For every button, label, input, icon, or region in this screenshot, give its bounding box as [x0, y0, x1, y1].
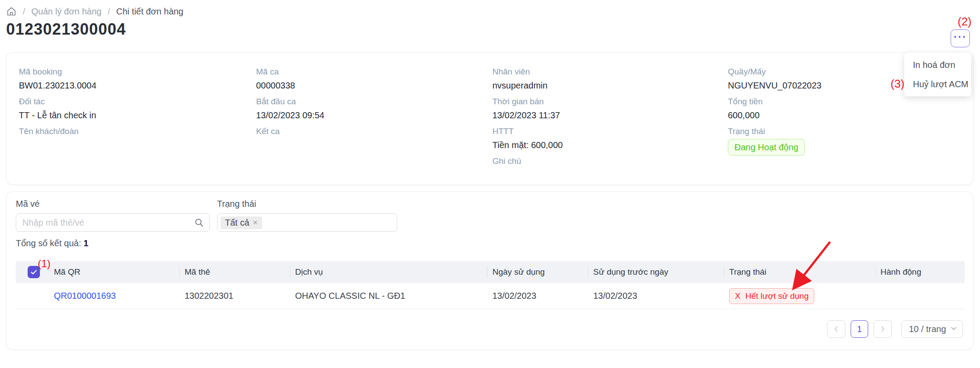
status-badge-active: Đang Hoạt động: [728, 139, 805, 156]
header-use-before-date: Sử dụng trước ngày: [588, 261, 724, 283]
annotation-1: (1): [38, 258, 50, 270]
menu-item-print-invoice[interactable]: In hoá đơn: [904, 55, 971, 74]
ellipsis-icon: ···: [954, 35, 967, 39]
status-select[interactable]: Tất cả ×: [217, 213, 397, 232]
more-actions-menu: In hoá đơn Huỷ lượt ACM: [904, 53, 971, 96]
field-staff: Nhân viên nvsuperadmin: [492, 66, 563, 92]
field-sale-time: Thời gian bán 13/02/2023 11:37: [492, 96, 563, 121]
menu-item-cancel-acm[interactable]: Huỷ lượt ACM: [904, 74, 971, 94]
table-header-row: Mã QR Mã thẻ Dịch vụ Ngày sử dụng Sử dụn…: [16, 261, 965, 283]
ticket-list-card: Mã vé Trạng thái Tất cả ×: [6, 191, 973, 350]
qr-code-link[interactable]: QR0100001693: [54, 291, 116, 301]
header-use-date: Ngày sử dụng: [487, 261, 588, 283]
field-shift-end: Kết ca: [256, 126, 324, 151]
breadcrumb: / Quản lý đơn hàng / Chi tiết đơn hàng: [6, 6, 183, 17]
order-info-card: Mã booking BW01.230213.0004 Đối tác TT -…: [6, 53, 973, 185]
page-title: 0123021300004: [6, 20, 126, 39]
cell-action: [875, 283, 965, 309]
order-info-column-3: Nhân viên nvsuperadmin Thời gian bán 13/…: [492, 66, 563, 185]
more-actions-button[interactable]: ···: [951, 29, 970, 47]
filters: Mã vé Trạng thái Tất cả ×: [16, 199, 397, 232]
annotation-2: (2): [958, 15, 972, 28]
ticket-code-input[interactable]: [16, 213, 210, 232]
order-info-column-4: Quầy/Mấy NGUYENVU_07022023 Tổng tiền 600…: [728, 66, 821, 160]
breadcrumb-order-detail: Chi tiết đơn hàng: [116, 7, 183, 17]
pagination-page-1[interactable]: 1: [851, 320, 868, 338]
chevron-down-icon: [950, 324, 957, 334]
field-partner: Đối tác TT - Lễ tân check in: [19, 96, 96, 121]
filter-ticket-code: Mã vé: [16, 199, 210, 232]
chevron-left-icon: [833, 326, 839, 332]
field-note: Ghi chú: [492, 156, 563, 181]
results-count-value: 1: [84, 238, 89, 248]
header-card-code: Mã thẻ: [179, 261, 290, 283]
field-payment-method: HTTT Tiền mặt: 600,000: [492, 126, 563, 151]
table-row: QR0100001693 1302202301 OHAYO CLASSIC NL…: [16, 283, 965, 309]
order-info-column-2: Mã ca 00000338 Bắt đầu ca 13/02/2023 09:…: [256, 66, 324, 156]
header-status: Trạng thái: [724, 261, 875, 283]
pagination-next-button[interactable]: [873, 320, 892, 338]
header-qr-code: Mã QR: [49, 261, 179, 283]
annotation-3: (3): [891, 77, 905, 91]
order-detail-page: / Quản lý đơn hàng / Chi tiết đơn hàng 0…: [0, 0, 980, 368]
x-mark-icon: X: [735, 290, 741, 302]
cell-use-date: 13/02/2023: [487, 283, 588, 309]
tag-close-icon[interactable]: ×: [253, 218, 258, 227]
field-total-amount: Tổng tiền 600,000: [728, 96, 821, 121]
chevron-right-icon: [880, 326, 886, 332]
pagination-prev-button[interactable]: [827, 320, 845, 338]
cell-use-before-date: 13/02/2023: [588, 283, 724, 309]
field-guest-name: Tên khách/đoàn: [19, 126, 96, 151]
cell-service: OHAYO CLASSIC NL - GĐ1: [290, 283, 487, 309]
status-badge-expired: X Hết lượt sử dụng: [729, 288, 814, 304]
field-counter-machine: Quầy/Mấy NGUYENVU_07022023: [728, 66, 821, 92]
results-count: Tổng số kết quả: 1: [16, 238, 89, 248]
home-icon[interactable]: [6, 6, 17, 17]
status-tag-all: Tất cả ×: [221, 216, 262, 229]
breadcrumb-separator: /: [107, 7, 110, 17]
header-action: Hành động: [875, 261, 965, 283]
header-service: Dịch vụ: [290, 261, 487, 283]
tickets-table: Mã QR Mã thẻ Dịch vụ Ngày sử dụng Sử dụn…: [16, 261, 965, 309]
cell-card-code: 1302202301: [179, 283, 290, 309]
ticket-code-label: Mã vé: [16, 199, 210, 209]
status-filter-label: Trạng thái: [217, 199, 397, 209]
breadcrumb-separator: /: [23, 7, 25, 17]
filter-status: Trạng thái Tất cả ×: [217, 199, 397, 232]
breadcrumb-order-management[interactable]: Quản lý đơn hàng: [32, 7, 102, 17]
order-info-column-1: Mã booking BW01.230213.0004 Đối tác TT -…: [19, 66, 96, 156]
field-booking-code: Mã booking BW01.230213.0004: [19, 66, 96, 92]
field-shift-start: Bắt đầu ca 13/02/2023 09:54: [256, 96, 324, 121]
search-icon[interactable]: [194, 217, 204, 228]
row-select-cell: [16, 283, 49, 309]
field-order-status: Trạng thái Đang Hoạt động: [728, 126, 821, 156]
pagination: 1 10 / trang: [827, 320, 963, 338]
field-shift-code: Mã ca 00000338: [256, 66, 324, 92]
page-size-select[interactable]: 10 / trang: [902, 320, 963, 338]
